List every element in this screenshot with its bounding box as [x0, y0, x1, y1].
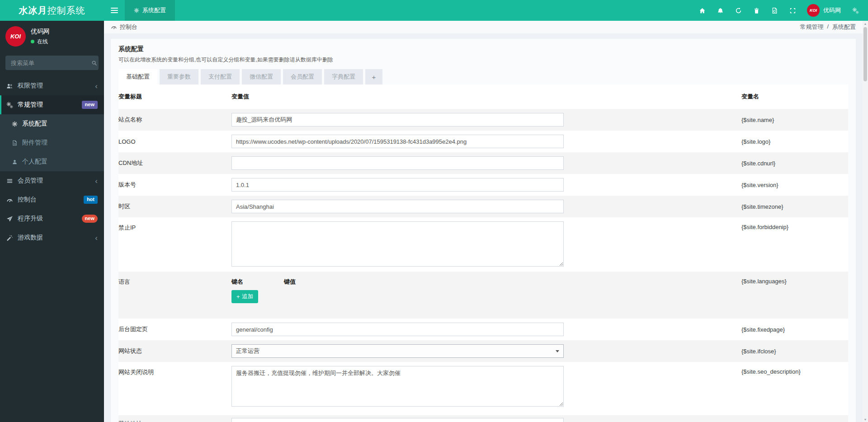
scroll-down-arrow[interactable]: ▼ — [863, 417, 868, 422]
top-navbar: 水冰月控制系统 系统配置 KOI 优码网 — [0, 0, 868, 21]
append-button[interactable]: +追加 — [231, 290, 258, 303]
paper-plane-icon — [6, 216, 13, 222]
page-scrollbar[interactable]: ▲ ▼ — [863, 21, 868, 422]
sidebar-item-game-data[interactable]: 游戏数据 ‹ — [0, 228, 104, 247]
sidebar-item-dashboard[interactable]: 控制台 hot — [0, 190, 104, 209]
breadcrumb-parent[interactable]: 常规管理 — [800, 23, 823, 31]
tab-dictionary-config[interactable]: 字典配置 — [324, 69, 363, 84]
sidebar-item-label: 会员管理 — [18, 177, 43, 185]
site-status-select[interactable]: 正常运营 — [231, 344, 564, 358]
tab-wechat-config[interactable]: 微信配置 — [242, 69, 281, 84]
settings-button[interactable] — [846, 0, 864, 21]
table-row: 版本号 {$site.version} — [118, 174, 848, 196]
chevron-left-icon: ‹ — [95, 82, 98, 90]
table-row: 时区 {$site.timezone} — [118, 196, 848, 217]
clear-cache-button[interactable] — [747, 0, 765, 21]
app-brand[interactable]: 水冰月控制系统 — [0, 0, 104, 21]
sidebar-item-personal-config[interactable]: 个人配置 — [0, 152, 104, 171]
dashboard-icon — [111, 24, 117, 30]
scrollbar-thumb[interactable] — [863, 27, 867, 81]
caret-down-icon — [556, 350, 559, 352]
add-tab-button[interactable]: + — [365, 69, 382, 84]
new-badge: new — [82, 215, 98, 222]
sidebar-item-program-upgrade[interactable]: 程序升级 new — [0, 209, 104, 228]
fixed-page-input[interactable] — [231, 323, 564, 336]
navbar-user-menu[interactable]: KOI 优码网 — [802, 4, 846, 17]
sidebar-menu: 权限管理 ‹ 常规管理 new 系统配置 附件管理 个人配置 — [0, 76, 104, 247]
forbidden-ip-textarea[interactable] — [231, 221, 564, 267]
site-name-input[interactable] — [231, 113, 564, 127]
plus-icon: + — [236, 294, 240, 300]
cdn-url-input[interactable] — [231, 156, 564, 170]
hot-badge: hot — [84, 196, 98, 203]
user-icon — [12, 159, 18, 165]
navbar-tab-label: 系统配置 — [142, 6, 166, 14]
field-label-version: 版本号 — [118, 181, 231, 189]
sidebar-user-name: 优码网 — [31, 28, 50, 36]
users-icon — [6, 83, 13, 89]
system-config-panel: 系统配置 可以在此增改系统的变量和分组,也可以自定义分组和变量,如果需要删除请从… — [111, 39, 856, 422]
refresh-icon — [735, 7, 742, 14]
logo-url-input[interactable] — [231, 135, 564, 148]
kv-headers: 键名 键值 — [231, 277, 741, 286]
field-label-timezone: 时区 — [118, 202, 231, 211]
expand-icon — [789, 7, 796, 14]
sidebar-item-general-management[interactable]: 常规管理 new — [0, 95, 104, 114]
sidebar-item-system-config[interactable]: 系统配置 — [0, 114, 104, 133]
backup-button[interactable] — [765, 0, 783, 21]
sidebar-item-attachments[interactable]: 附件管理 — [0, 133, 104, 152]
chevron-left-icon: ‹ — [95, 234, 98, 242]
dashboard-icon — [6, 197, 13, 203]
notifications-button[interactable] — [711, 0, 729, 21]
version-input[interactable] — [231, 178, 564, 192]
navbar-user-name: 优码网 — [823, 6, 841, 14]
scroll-up-arrow[interactable]: ▲ — [863, 21, 868, 26]
field-label-logo: LOGO — [118, 138, 231, 145]
variable-name: {$site.name} — [741, 117, 848, 123]
field-label-forbidden-ip: 禁止IP — [118, 217, 231, 232]
page-description: 可以在此增改系统的变量和分组,也可以自定义分组和变量,如果需要删除请从数据库中删… — [118, 56, 848, 64]
tab-important-params[interactable]: 重要参数 — [160, 69, 198, 84]
magic-wand-icon — [6, 234, 13, 241]
variable-name: {$site.timezone} — [741, 203, 848, 210]
breadcrumb-separator: / — [827, 23, 829, 31]
sidebar-item-label: 程序升级 — [18, 215, 43, 223]
table-row: LOGO {$site.logo} — [118, 131, 848, 152]
chevron-left-icon: ‹ — [95, 177, 98, 185]
gears-icon — [6, 102, 13, 108]
sidebar-item-permissions[interactable]: 权限管理 ‹ — [0, 76, 104, 95]
variable-name: {$site.ifclose} — [741, 348, 848, 355]
variable-name: {$site.fixedpage} — [741, 326, 848, 333]
navbar-tab-system-config[interactable]: 系统配置 — [125, 0, 175, 21]
landing-url-input[interactable] — [231, 418, 564, 422]
content-area: 控制台 常规管理 / 系统配置 系统配置 可以在此增改系统的变量和分组,也可以自… — [104, 21, 863, 422]
online-dot — [31, 40, 34, 43]
sidebar: KOI 优码网 在线 权限管理 ‹ 常规管理 new 系统配置 — [0, 21, 104, 422]
column-header-title: 变量标题 — [118, 93, 231, 101]
search-input[interactable] — [10, 59, 91, 67]
tab-basic-config[interactable]: 基础配置 — [118, 69, 157, 84]
sidebar-item-label: 常规管理 — [18, 101, 43, 109]
gear-icon — [12, 121, 18, 127]
avatar: KOI — [807, 4, 820, 17]
field-label-site-name: 站点名称 — [118, 116, 231, 124]
home-button[interactable] — [693, 0, 711, 21]
close-notice-textarea[interactable]: 服务器搬迁，充值提现勿催，维护期间一并全部解决。大家勿催 — [231, 366, 564, 407]
tab-member-config[interactable]: 会员配置 — [283, 69, 322, 84]
tab-payment-config[interactable]: 支付配置 — [201, 69, 240, 84]
variable-name: {$site.cdnurl} — [741, 160, 848, 167]
search-icon[interactable] — [91, 60, 97, 66]
sidebar-item-members[interactable]: 会员管理 ‹ — [0, 171, 104, 190]
column-header-name: 变量名 — [741, 93, 848, 101]
sidebar-item-label: 游戏数据 — [18, 234, 43, 242]
avatar: KOI — [5, 26, 26, 47]
breadcrumb-section[interactable]: 控制台 — [120, 23, 137, 31]
brand-secondary: 控制系统 — [47, 5, 85, 17]
sidebar-item-label: 控制台 — [18, 196, 37, 204]
page-title: 系统配置 — [118, 45, 848, 53]
fullscreen-button[interactable] — [783, 0, 802, 21]
timezone-input[interactable] — [231, 200, 564, 213]
refresh-button[interactable] — [729, 0, 747, 21]
variable-name — [741, 415, 848, 422]
sidebar-toggle-button[interactable] — [104, 0, 125, 21]
